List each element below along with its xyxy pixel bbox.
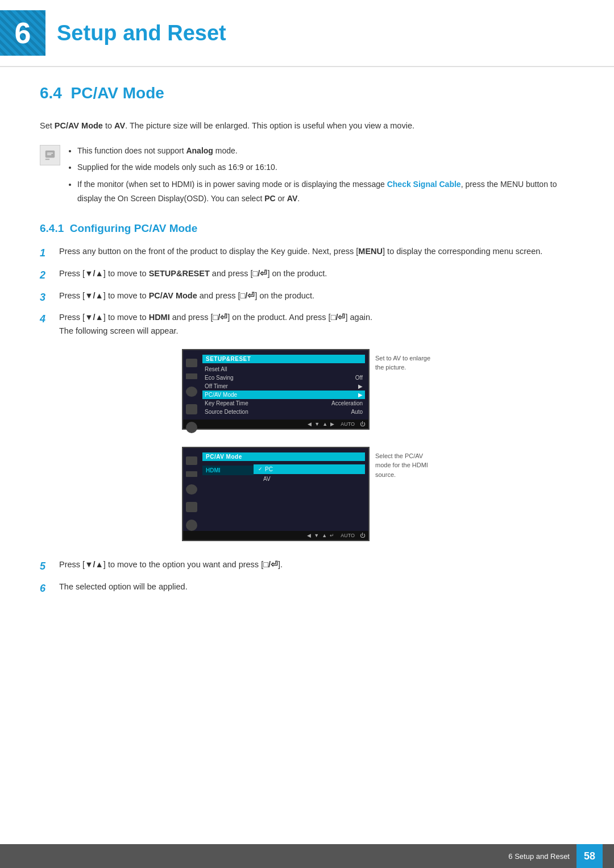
osd-row-off-timer: Off Timer▶ — [202, 382, 365, 391]
osd-row-eco-saving: Eco SavingOff — [202, 373, 365, 382]
step-5: 5 Press [▼/▲] to move to the option you … — [40, 558, 574, 575]
osd-icon-2-3 — [186, 484, 197, 495]
osd-btn-auto: AUTO — [341, 421, 355, 427]
osd-menu-title-2: PC/AV Mode — [202, 452, 365, 461]
osd-icon-2-5 — [186, 520, 197, 531]
steps-list: 1 Press any button on the front of the p… — [40, 245, 574, 338]
note-item-3: If the monitor (when set to HDMI) is in … — [77, 177, 574, 206]
chapter-title: Setup and Reset — [57, 21, 226, 45]
svg-rect-0 — [45, 151, 55, 158]
osd-icon-2 — [186, 373, 197, 379]
osd-left-icons — [186, 359, 197, 433]
step-4: 4 Press [▼/▲] to move to HDMI and press … — [40, 311, 574, 337]
osd-btn-up-2: ▲ — [322, 533, 327, 538]
osd-submenu-row: HDMI ✓PC AV — [202, 463, 365, 485]
osd-btn-power-2: ⏻ — [360, 533, 365, 538]
osd-icon-4 — [186, 404, 197, 414]
osd-submenu-hdmi: HDMI — [202, 466, 254, 475]
step-2: 2 Press [▼/▲] to move to SETUP&RESET and… — [40, 267, 574, 284]
osd-icon-1 — [186, 359, 197, 367]
chapter-header: 6 Setup and Reset — [0, 0, 614, 67]
step-3: 3 Press [▼/▲] to move to PC/AV Mode and … — [40, 289, 574, 306]
chapter-number: 6 — [15, 16, 31, 50]
osd-submenu-right: ✓PC AV — [254, 463, 365, 485]
osd-btn-power-1: ⏻ — [360, 421, 365, 427]
step-6: 6 The selected option will be applied. — [40, 580, 574, 597]
osd-bottom-bar-2: ◀ ▼ ▲ ↵ AUTO ⏻ — [183, 531, 368, 540]
osd-bottom-bar-1: ◀ ▼ ▲ ▶ AUTO ⏻ — [183, 420, 368, 429]
note-list: This function does not support Analog mo… — [67, 144, 574, 208]
osd-btn-down-2: ▼ — [314, 533, 319, 538]
osd-btn-enter: ↵ — [330, 533, 334, 538]
osd-option-pc: ✓PC — [254, 464, 365, 474]
osd-btn-right: ▶ — [330, 421, 334, 427]
screen1-wrapper: SETUP&RESET Reset All Eco SavingOff Off … — [182, 349, 432, 430]
screen2-wrapper: PC/AV Mode HDMI ✓PC AV ◀ ▼ — [182, 447, 432, 541]
screen2-caption: Select the PC/AV mode for the HDMI sourc… — [375, 447, 432, 480]
osd-btn-left-2: ◀ — [307, 533, 311, 538]
page-footer: 6 Setup and Reset 58 — [0, 844, 614, 868]
osd-menu-title-1: SETUP&RESET — [202, 355, 365, 363]
osd-menu-2: PC/AV Mode HDMI ✓PC AV — [199, 448, 368, 531]
note-box: This function does not support Analog mo… — [40, 144, 574, 208]
svg-rect-1 — [45, 159, 49, 160]
osd-left-icons-2 — [186, 456, 197, 531]
osd-btn-auto-2: AUTO — [341, 533, 355, 538]
osd-submenu-left: HDMI — [202, 463, 254, 485]
osd-icon-2-2 — [186, 471, 197, 477]
osd-icon-2-4 — [186, 502, 197, 512]
chapter-title-prefix: Setup — [57, 21, 123, 45]
subsection-heading: 6.4.1 Configuring PC/AV Mode — [40, 222, 574, 235]
note-icon — [40, 145, 60, 165]
osd-screen-2: PC/AV Mode HDMI ✓PC AV ◀ ▼ — [182, 447, 370, 541]
footer-page-number: 58 — [576, 844, 603, 868]
steps-list-2: 5 Press [▼/▲] to move to the option you … — [40, 558, 574, 597]
note-item-2: Supplied for the wide models only such a… — [77, 160, 574, 175]
chapter-title-main: and Reset — [123, 21, 226, 45]
section-intro: Set PC/AV Mode to AV. The picture size w… — [40, 119, 574, 132]
osd-screen-1: SETUP&RESET Reset All Eco SavingOff Off … — [182, 349, 370, 430]
screen1-caption: Set to AV to enlarge the picture. — [375, 349, 432, 372]
screens-container: SETUP&RESET Reset All Eco SavingOff Off … — [40, 349, 574, 541]
osd-row-pcav-mode: PC/AV Mode▶ — [202, 391, 365, 399]
main-content: 6.4 PC/AV Mode Set PC/AV Mode to AV. The… — [0, 73, 614, 642]
osd-icon-3 — [186, 387, 197, 397]
footer-label: 6 Setup and Reset — [508, 852, 570, 861]
osd-row-source-detection: Source DetectionAuto — [202, 408, 365, 416]
chapter-number-box: 6 — [0, 10, 45, 56]
osd-btn-down: ▼ — [314, 421, 320, 427]
osd-btn-left: ◀ — [308, 421, 312, 427]
osd-row-reset-all: Reset All — [202, 365, 365, 373]
note-item-1: This function does not support Analog mo… — [77, 144, 574, 158]
osd-empty-space — [202, 485, 365, 531]
osd-menu-1: SETUP&RESET Reset All Eco SavingOff Off … — [199, 350, 368, 420]
osd-icon-2-1 — [186, 456, 197, 465]
step-1: 1 Press any button on the front of the p… — [40, 245, 574, 261]
osd-btn-up: ▲ — [322, 421, 327, 427]
osd-icon-5 — [186, 422, 197, 433]
section-heading: 6.4 PC/AV Mode — [40, 84, 574, 105]
osd-row-key-repeat: Key Repeat TimeAcceleration — [202, 399, 365, 408]
osd-option-av: AV — [254, 474, 365, 484]
